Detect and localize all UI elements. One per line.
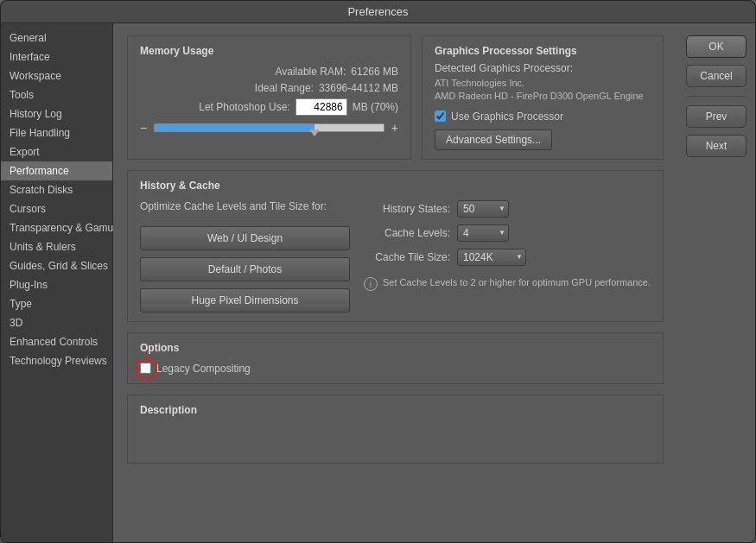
cancel-button[interactable]: Cancel [686,65,746,87]
sidebar-item-3d[interactable]: 3D [1,313,112,332]
history-states-select[interactable]: 50 20 100 [457,200,509,218]
sidebar-item-type[interactable]: Type [1,294,112,313]
sidebar-item-enhanced-controls[interactable]: Enhanced Controls [1,332,112,351]
options-section: Options Legacy Compositing [127,332,664,384]
cache-levels-select[interactable]: 4 2 6 8 [457,224,509,242]
sidebar-item-technology-previews[interactable]: Technology Previews [1,351,112,370]
info-text: Set Cache Levels to 2 or higher for opti… [383,276,651,289]
graphics-section: Graphics Processor Settings Detected Gra… [422,35,664,160]
advanced-settings-button[interactable]: Advanced Settings... [435,129,552,150]
sidebar-item-file-handling[interactable]: File Handling [1,123,112,142]
sidebar-item-tools[interactable]: Tools [1,85,112,104]
memory-section: Memory Usage Available RAM: 61266 MB Ide… [127,35,411,160]
cache-levels-select-wrapper: 4 2 6 8 [457,224,509,242]
cache-tile-select[interactable]: 1024K 128K 256K 512K [457,249,526,266]
cache-settings: History States: 50 20 100 [364,200,651,313]
available-ram-row: Available RAM: 61266 MB [140,66,398,78]
available-ram-label: Available RAM: [233,66,346,78]
cache-tile-row: Cache Tile Size: 1024K 128K 256K 512K [364,249,651,266]
sidebar-item-export[interactable]: Export [1,142,112,161]
use-gpu-label: Use Graphics Processor [451,110,563,123]
info-icon: i [364,277,378,291]
ideal-range-value: 33696-44112 MB [319,82,398,94]
titlebar: Preferences [1,1,755,23]
preferences-dialog: Preferences General Interface Workspace … [0,0,756,543]
legacy-compositing-checkbox[interactable] [140,363,151,374]
sidebar-item-plug-ins[interactable]: Plug-Ins [1,275,112,294]
cache-tile-label: Cache Tile Size: [364,251,450,263]
sidebar-item-performance[interactable]: Performance [1,161,112,180]
sidebar-item-guides-grid-slices[interactable]: Guides, Grid & Slices [1,256,112,275]
photoshop-use-input[interactable] [295,98,347,116]
slider-row: − + [140,121,398,135]
cache-levels-row: Cache Levels: 4 2 6 8 [364,224,651,242]
huge-pixel-button[interactable]: Huge Pixel Dimensions [140,288,350,313]
slider-track[interactable] [154,123,384,132]
ideal-range-label: Ideal Range: [201,82,314,94]
dialog-title: Preferences [347,5,408,18]
history-states-label: History States: [364,203,450,215]
available-ram-value: 61266 MB [351,66,398,78]
legacy-compositing-row: Legacy Compositing [140,363,651,375]
description-section: Description [127,395,664,464]
graphics-title: Graphics Processor Settings [435,45,651,57]
cache-inner: Optimize Cache Levels and Tile Size for:… [140,200,651,313]
sidebar: General Interface Workspace Tools Histor… [1,23,113,542]
mb-label: MB (70%) [353,101,398,113]
right-buttons: OK Cancel Prev Next [677,23,755,542]
web-ui-design-button[interactable]: Web / UI Design [140,226,350,250]
history-cache-title: History & Cache [140,180,651,192]
optimize-label: Optimize Cache Levels and Tile Size for: [140,200,350,212]
history-states-select-wrapper: 50 20 100 [457,200,509,218]
sidebar-item-history-log[interactable]: History Log [1,104,112,123]
sidebar-item-units-rulers[interactable]: Units & Rulers [1,237,112,256]
slider-plus-icon[interactable]: + [391,121,398,135]
prev-button[interactable]: Prev [686,105,746,128]
history-states-row: History States: 50 20 100 [364,200,651,218]
legacy-compositing-label: Legacy Compositing [156,363,251,375]
device-line2: AMD Radeon HD - FirePro D300 OpenGL Engi… [435,91,644,101]
device-line1: ATI Technologies Inc. [435,78,524,88]
cache-info-row: i Set Cache Levels to 2 or higher for op… [364,276,651,291]
sidebar-item-cursors[interactable]: Cursors [1,199,112,218]
sidebar-item-transparency-gamut[interactable]: Transparency & Gamut [1,218,112,237]
sidebar-item-workspace[interactable]: Workspace [1,66,112,85]
slider-minus-icon[interactable]: − [140,121,147,135]
cache-buttons: Optimize Cache Levels and Tile Size for:… [140,200,350,313]
ideal-range-row: Ideal Range: 33696-44112 MB [140,82,398,94]
cache-levels-label: Cache Levels: [364,227,450,239]
next-button[interactable]: Next [686,135,746,157]
sidebar-item-interface[interactable]: Interface [1,47,112,66]
sidebar-item-scratch-disks[interactable]: Scratch Disks [1,180,112,199]
history-cache-section: History & Cache Optimize Cache Levels an… [127,170,664,322]
slider-thumb [309,129,320,136]
cache-tile-select-wrapper: 1024K 128K 256K 512K [457,249,526,266]
graphics-device: ATI Technologies Inc. AMD Radeon HD - Fi… [435,77,651,104]
use-gpu-row: Use Graphics Processor [435,110,651,123]
ok-button[interactable]: OK [686,35,746,58]
use-gpu-checkbox[interactable] [435,110,446,122]
dialog-body: General Interface Workspace Tools Histor… [1,23,755,542]
let-photoshop-label: Let Photoshop Use: [178,101,290,113]
description-title: Description [140,404,651,416]
detected-label: Detected Graphics Processor: [435,62,651,74]
memory-section-title: Memory Usage [140,45,398,57]
content-area: Memory Usage Available RAM: 61266 MB Ide… [113,23,677,542]
main-content: Memory Usage Available RAM: 61266 MB Ide… [113,23,677,542]
options-title: Options [140,342,651,354]
slider-container[interactable] [154,123,384,132]
button-divider [686,96,746,97]
top-row: Memory Usage Available RAM: 61266 MB Ide… [127,35,664,160]
default-photos-button[interactable]: Default / Photos [140,257,350,281]
sidebar-item-general[interactable]: General [1,28,112,47]
let-photoshop-row: Let Photoshop Use: MB (70%) [140,98,398,116]
